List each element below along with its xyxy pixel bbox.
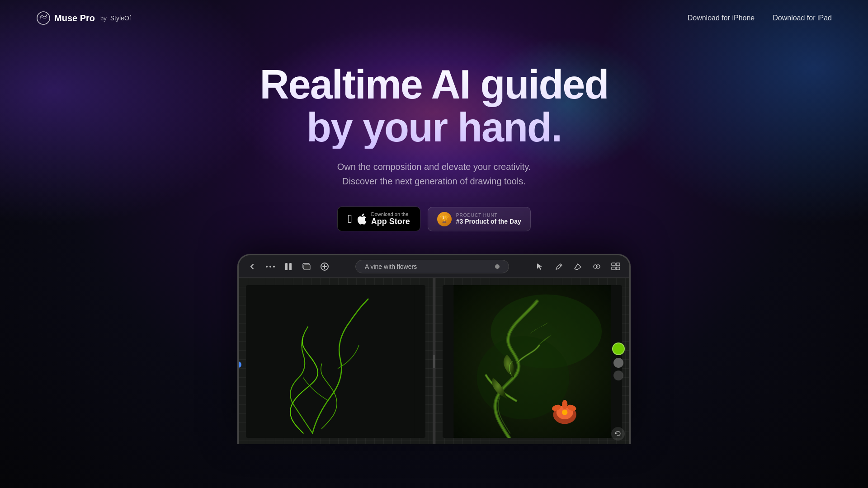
nav-links: Download for iPhone Download for iPad bbox=[688, 14, 832, 22]
more-button[interactable] bbox=[264, 260, 277, 273]
hero-title-line2: by your hand. bbox=[307, 105, 561, 150]
apple-logo-icon bbox=[357, 213, 367, 225]
download-ipad-link[interactable]: Download for iPad bbox=[773, 14, 832, 22]
undo-button[interactable] bbox=[611, 427, 625, 441]
navbar: Muse Pro by StyleOf Download for iPhone … bbox=[0, 0, 868, 36]
svg-rect-7 bbox=[304, 265, 310, 270]
svg-rect-14 bbox=[616, 267, 620, 270]
ph-rank: #3 Product of the Day bbox=[456, 218, 521, 225]
logo-icon bbox=[36, 11, 51, 25]
svg-point-1 bbox=[266, 266, 268, 267]
appstore-big-text: App Store bbox=[371, 217, 410, 226]
svg-point-21 bbox=[562, 410, 567, 415]
svg-point-2 bbox=[269, 266, 271, 267]
vine-sketch-svg bbox=[246, 285, 425, 438]
hero-section: Realtime AI guided by your hand. Own the… bbox=[0, 36, 868, 231]
hero-subtitle-line2: Discover the next generation of drawing … bbox=[342, 176, 526, 186]
hero-title: Realtime AI guided by your hand. bbox=[0, 63, 868, 149]
svg-rect-15 bbox=[257, 285, 414, 438]
ipad-canvas bbox=[239, 278, 629, 444]
canvas-left-inner bbox=[246, 285, 425, 438]
svg-rect-13 bbox=[612, 267, 615, 270]
logo: Muse Pro by StyleOf bbox=[36, 11, 131, 25]
secondary-color-swatch[interactable] bbox=[613, 358, 623, 368]
ph-label: PRODUCT HUNT bbox=[456, 213, 498, 218]
hero-title-line1: Realtime AI guided bbox=[260, 62, 609, 107]
svg-rect-4 bbox=[285, 263, 288, 270]
appstore-text: Download on the App Store bbox=[371, 211, 410, 226]
app-name: Muse Pro bbox=[54, 13, 95, 23]
add-button[interactable] bbox=[318, 260, 331, 273]
eraser-tool[interactable] bbox=[571, 260, 584, 273]
svg-point-3 bbox=[273, 266, 275, 267]
toolbar-center: A vine with flowers bbox=[336, 260, 528, 273]
export-tool[interactable] bbox=[609, 260, 622, 273]
svg-rect-12 bbox=[616, 263, 620, 266]
by-label: by bbox=[100, 15, 107, 22]
svg-rect-5 bbox=[289, 263, 292, 270]
active-color-swatch[interactable] bbox=[612, 343, 625, 355]
toolbar-left bbox=[246, 260, 331, 273]
ipad-container: A vine with flowers bbox=[0, 254, 868, 444]
back-button[interactable] bbox=[246, 260, 259, 273]
ph-text: PRODUCT HUNT #3 Product of the Day bbox=[456, 213, 521, 225]
cta-row:  Download on the App Store 🏆 PRODUCT HU… bbox=[0, 206, 868, 231]
prompt-pill[interactable]: A vine with flowers bbox=[355, 260, 509, 273]
prompt-text: A vine with flowers bbox=[365, 263, 491, 270]
color-swatches bbox=[612, 343, 625, 380]
hero-subtitle-line1: Own the composition and elevate your cre… bbox=[337, 162, 531, 172]
canvas-right bbox=[435, 278, 629, 444]
blend-tool[interactable] bbox=[590, 260, 603, 273]
pause-button[interactable] bbox=[282, 260, 295, 273]
pen-tool[interactable] bbox=[552, 260, 565, 273]
vine-rendered-svg bbox=[443, 285, 622, 438]
download-iphone-link[interactable]: Download for iPhone bbox=[688, 14, 755, 22]
ipad-mockup: A vine with flowers bbox=[237, 254, 631, 444]
svg-point-10 bbox=[596, 265, 600, 268]
appstore-small-text: Download on the bbox=[371, 211, 409, 217]
tertiary-color-swatch[interactable] bbox=[613, 371, 623, 380]
company-name: StyleOf bbox=[110, 14, 131, 22]
svg-point-24 bbox=[562, 400, 567, 409]
product-hunt-badge[interactable]: 🏆 PRODUCT HUNT #3 Product of the Day bbox=[428, 207, 531, 231]
appstore-button[interactable]:  Download on the App Store bbox=[337, 206, 420, 231]
toolbar-right bbox=[533, 260, 622, 273]
canvas-right-inner bbox=[443, 285, 622, 438]
cursor-tool[interactable] bbox=[533, 260, 546, 273]
prompt-dot bbox=[495, 264, 500, 269]
trophy-icon: 🏆 bbox=[437, 212, 452, 226]
layers-button[interactable] bbox=[300, 260, 313, 273]
canvas-left bbox=[239, 278, 433, 444]
blue-dot bbox=[239, 361, 241, 368]
apple-icon:  bbox=[348, 212, 352, 226]
hero-subtitle: Own the composition and elevate your cre… bbox=[0, 160, 868, 188]
svg-rect-11 bbox=[612, 263, 615, 266]
ipad-toolbar: A vine with flowers bbox=[239, 255, 629, 278]
